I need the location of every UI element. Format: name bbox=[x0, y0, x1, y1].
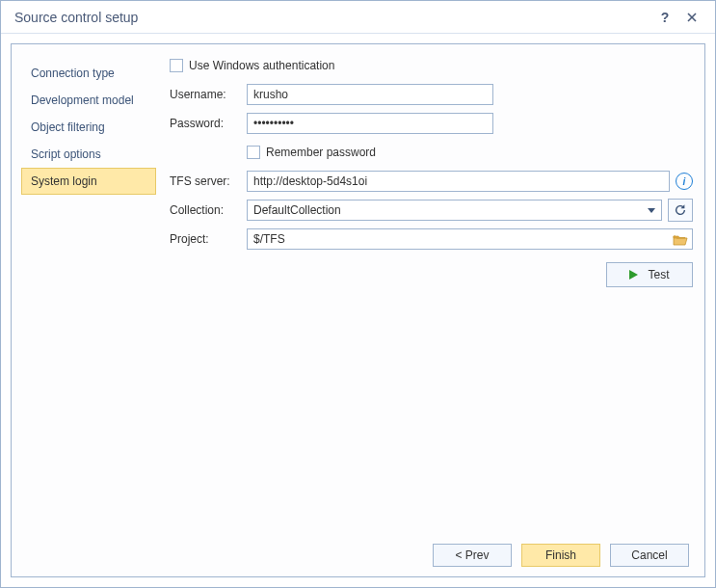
username-label: Username: bbox=[170, 88, 241, 101]
tfs-server-input[interactable] bbox=[247, 171, 670, 192]
sidebar-item-label: Connection type bbox=[31, 67, 115, 80]
folder-open-icon[interactable] bbox=[673, 233, 688, 246]
body: Connection type Development model Object… bbox=[1, 34, 715, 587]
sidebar-item-label: Development model bbox=[31, 94, 134, 107]
sidebar: Connection type Development model Object… bbox=[21, 54, 156, 524]
refresh-icon bbox=[674, 203, 687, 217]
svg-marker-4 bbox=[629, 270, 638, 280]
tfs-label: TFS server: bbox=[170, 174, 241, 188]
row-remember: Remember password bbox=[170, 141, 693, 164]
finish-label: Finish bbox=[545, 548, 576, 562]
collection-value: DefaultCollection bbox=[253, 203, 644, 217]
prev-button[interactable]: < Prev bbox=[433, 544, 512, 567]
main-panel: Connection type Development model Object… bbox=[11, 43, 705, 577]
password-input[interactable] bbox=[247, 113, 493, 134]
close-button[interactable] bbox=[678, 4, 705, 31]
test-label: Test bbox=[648, 268, 669, 281]
row-password: Password: bbox=[170, 112, 693, 135]
collection-select[interactable]: DefaultCollection bbox=[247, 200, 662, 221]
prev-label: < Prev bbox=[455, 548, 489, 562]
refresh-button[interactable] bbox=[668, 199, 693, 222]
use-win-auth-label: Use Windows authentication bbox=[189, 59, 334, 72]
chevron-down-icon bbox=[644, 201, 659, 219]
sidebar-item-development-model[interactable]: Development model bbox=[21, 87, 156, 114]
sidebar-item-label: Script options bbox=[31, 147, 101, 161]
dialog-window: Source control setup ? Connection type D… bbox=[0, 0, 716, 588]
form: Use Windows authentication Username: Pas… bbox=[170, 54, 693, 524]
cancel-label: Cancel bbox=[631, 548, 667, 562]
remember-password-label: Remember password bbox=[266, 146, 376, 159]
svg-marker-2 bbox=[648, 208, 655, 213]
row-tfs: TFS server: i bbox=[170, 170, 693, 193]
titlebar: Source control setup ? bbox=[1, 1, 715, 34]
row-win-auth: Use Windows authentication bbox=[170, 54, 693, 77]
close-icon bbox=[686, 12, 698, 23]
project-input[interactable]: $/TFS bbox=[247, 228, 693, 250]
info-icon[interactable]: i bbox=[676, 173, 693, 190]
sidebar-item-label: System login bbox=[31, 174, 97, 188]
row-project: Project: $/TFS bbox=[170, 227, 693, 251]
password-label: Password: bbox=[170, 117, 241, 130]
footer: < Prev Finish Cancel bbox=[12, 534, 704, 576]
cancel-button[interactable]: Cancel bbox=[610, 544, 689, 567]
help-button[interactable]: ? bbox=[651, 4, 678, 31]
row-username: Username: bbox=[170, 83, 693, 106]
sidebar-item-system-login[interactable]: System login bbox=[21, 168, 156, 195]
content: Connection type Development model Object… bbox=[12, 44, 704, 534]
sidebar-item-connection-type[interactable]: Connection type bbox=[21, 60, 156, 87]
row-collection: Collection: DefaultCollection bbox=[170, 199, 693, 222]
use-win-auth-checkbox[interactable] bbox=[170, 59, 183, 72]
sidebar-item-label: Object filtering bbox=[31, 120, 105, 134]
collection-label: Collection: bbox=[170, 203, 241, 217]
play-icon bbox=[629, 270, 638, 280]
test-button[interactable]: Test bbox=[606, 262, 693, 287]
remember-password-checkbox[interactable] bbox=[247, 146, 260, 159]
sidebar-item-script-options[interactable]: Script options bbox=[21, 141, 156, 168]
username-input[interactable] bbox=[247, 84, 493, 105]
sidebar-item-object-filtering[interactable]: Object filtering bbox=[21, 114, 156, 141]
finish-button[interactable]: Finish bbox=[521, 544, 600, 567]
window-title: Source control setup bbox=[14, 10, 651, 25]
project-value: $/TFS bbox=[253, 232, 669, 246]
project-label: Project: bbox=[170, 232, 241, 246]
